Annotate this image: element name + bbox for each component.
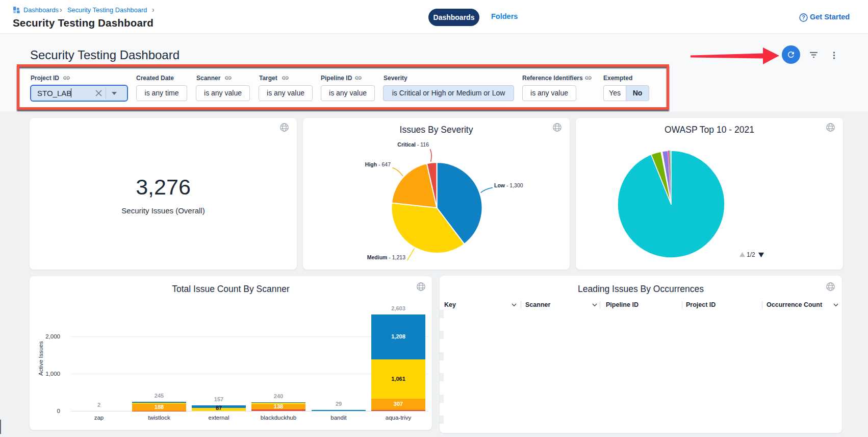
svg-text:?: ? <box>802 14 805 20</box>
